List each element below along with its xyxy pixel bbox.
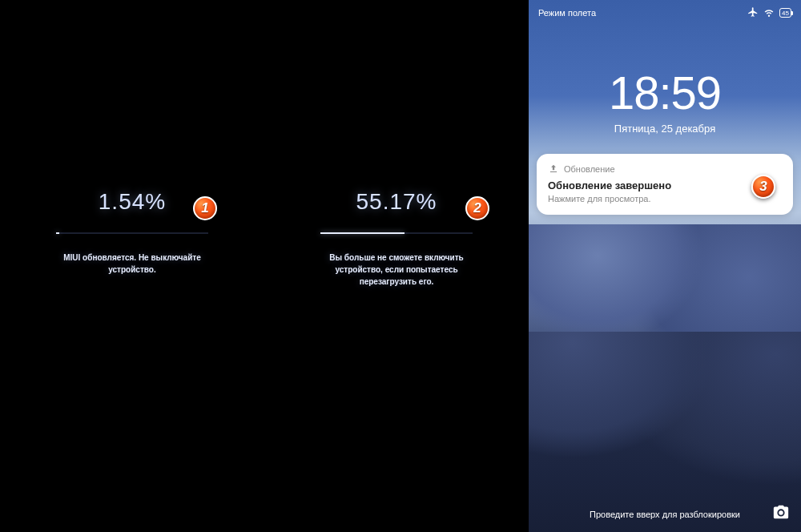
status-bar: Режим полета 45 <box>538 6 791 19</box>
update-panel-1: 1.54% MIUI обновляется. Не выключайте ус… <box>0 0 264 532</box>
wallpaper-dunes-front <box>529 332 801 532</box>
clock-date: Пятница, 25 декабря <box>529 123 801 135</box>
update-message: MIUI обновляется. Не выключайте устройст… <box>63 252 201 276</box>
update-message: Вы больше не сможете включить устройство… <box>329 252 463 288</box>
notification-title: Обновление завершено <box>548 179 782 191</box>
progress-fill <box>56 232 59 234</box>
callout-badge-3: 3 <box>751 175 775 199</box>
status-mode-label: Режим полета <box>538 8 596 18</box>
progress-percent: 1.54% <box>99 189 166 215</box>
progress-percent: 55.17% <box>356 189 437 215</box>
camera-button[interactable] <box>772 503 790 521</box>
notification-body: Нажмите для просмотра. <box>548 194 782 204</box>
notification-app-row: Обновление <box>548 163 782 175</box>
progress-bar <box>320 232 473 234</box>
badge-number: 2 <box>473 200 481 216</box>
unlock-hint: Проведите вверх для разблокировки <box>529 510 801 519</box>
battery-indicator: 45 <box>779 8 791 18</box>
notification-app-name: Обновление <box>564 164 615 174</box>
wifi-icon <box>763 6 775 19</box>
lockscreen-panel: Режим полета 45 18:59 Пятница, 25 декабр… <box>529 0 801 532</box>
battery-level: 45 <box>782 10 789 17</box>
airplane-icon <box>747 6 759 19</box>
badge-number: 1 <box>201 200 208 216</box>
lockscreen[interactable]: Режим полета 45 18:59 Пятница, 25 декабр… <box>529 0 801 532</box>
callout-badge-2: 2 <box>465 196 489 220</box>
update-panel-2: 55.17% Вы больше не сможете включить уст… <box>264 0 529 532</box>
update-icon <box>548 163 559 175</box>
callout-badge-1: 1 <box>193 196 217 220</box>
progress-bar <box>56 232 208 234</box>
badge-number: 3 <box>759 179 767 195</box>
clock-time: 18:59 <box>529 66 801 119</box>
clock-block: 18:59 Пятница, 25 декабря <box>529 66 801 135</box>
screenshot-canvas: 1.54% MIUI обновляется. Не выключайте ус… <box>0 0 801 532</box>
progress-fill <box>320 232 405 234</box>
